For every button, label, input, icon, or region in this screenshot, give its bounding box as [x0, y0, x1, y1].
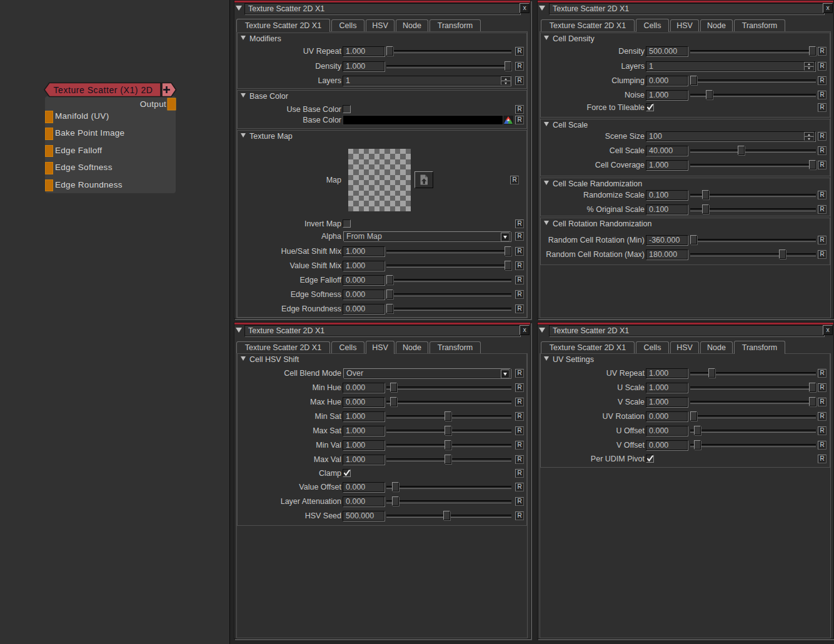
- svg-text:Texture Scatter (X1) 2D: Texture Scatter (X1) 2D: [54, 85, 153, 95]
